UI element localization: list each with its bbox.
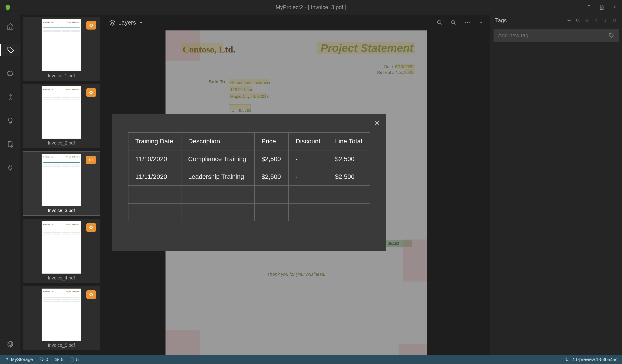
- table-header: Line Total: [328, 132, 370, 150]
- workspace-toolbar: Layers: [102, 15, 490, 30]
- sb-viewed[interactable]: 5: [55, 357, 63, 362]
- svg-point-3: [465, 22, 466, 23]
- tag-input[interactable]: [498, 32, 591, 39]
- modal-close-button[interactable]: [374, 120, 380, 126]
- layers-dropdown[interactable]: Layers: [109, 19, 143, 26]
- thumbnail-item[interactable]: Contoso, Ltd.Project Statement Invoice_3…: [23, 151, 100, 216]
- thumbnail-preview: Contoso, Ltd.Project Statement: [42, 289, 81, 341]
- chevron-down-icon: [139, 20, 143, 25]
- nav-tags[interactable]: [0, 44, 20, 56]
- zoom-in-icon[interactable]: [451, 19, 456, 25]
- thumbnail-label: Invoice_4.pdf: [48, 275, 75, 281]
- sb-version[interactable]: 2.1-preview.1-530545c: [565, 357, 618, 362]
- table-row: [128, 186, 370, 203]
- tag-input-row: [494, 29, 619, 42]
- sb-tags[interactable]: 0: [39, 357, 48, 362]
- table-modal: Training Date Description Price Discount…: [112, 114, 386, 251]
- thumbnail-label: Invoice_5.pdf: [48, 343, 75, 348]
- svg-point-7: [56, 359, 57, 360]
- nav-lightbulb-icon[interactable]: [0, 115, 20, 127]
- table-header: Discount: [289, 132, 328, 150]
- table-header: Training Date: [128, 132, 181, 150]
- table-row: [128, 203, 370, 221]
- table-header-row: Training Date Description Price Discount…: [128, 132, 370, 150]
- thumbnail-preview: Contoso, Ltd.Project Statement: [42, 221, 81, 273]
- thumbnail-preview: Contoso, Ltd.Project Statement: [42, 154, 81, 206]
- titlebar: MyProject2 - [ Invoice_3.pdf ]: [0, 0, 622, 15]
- tags-header: Tags: [490, 15, 622, 26]
- move-up-icon: [594, 18, 599, 23]
- doc-thanks: Thank you for your business!: [267, 272, 326, 277]
- sb-storage[interactable]: MyStorage: [4, 357, 33, 362]
- svg-point-4: [467, 22, 468, 23]
- thumbnail-item[interactable]: Contoso, Ltd.Project Statement Invoice_4…: [23, 219, 100, 283]
- thumbnail-label: Invoice_3.pdf: [48, 208, 75, 213]
- thumbnail-preview: Contoso, Ltd.Project Statement: [42, 86, 81, 139]
- nav-settings[interactable]: [0, 338, 20, 350]
- extracted-table: Training Date Description Price Discount…: [128, 132, 370, 221]
- thumbnail-item[interactable]: Contoso, Ltd.Project Statement Invoice_2…: [23, 84, 100, 148]
- eye-badge-icon[interactable]: [86, 156, 96, 164]
- table-row: 11/10/2020 Compliance Training $2,500 - …: [128, 150, 370, 168]
- nav-brain-icon[interactable]: [0, 68, 20, 80]
- eye-badge-icon[interactable]: [86, 223, 96, 232]
- move-down-icon: [603, 18, 608, 23]
- table-row: 11/11/2020 Leadership Training $2,500 - …: [128, 168, 370, 186]
- left-nav: [0, 15, 20, 355]
- svg-point-5: [468, 22, 469, 23]
- thumbnail-label: Invoice_1.pdf: [48, 73, 75, 78]
- zoom-out-icon[interactable]: [437, 19, 443, 25]
- nav-plug-icon[interactable]: [0, 162, 20, 174]
- tags-panel: Tags: [490, 15, 622, 355]
- app-logo: [4, 4, 11, 10]
- table-header: Description: [181, 132, 254, 150]
- delete-tag-icon: [612, 18, 617, 23]
- nav-merge-icon[interactable]: [0, 91, 20, 103]
- add-tag-icon[interactable]: [566, 18, 572, 23]
- thumbnail-preview: Contoso, Ltd.Project Statement: [42, 19, 81, 71]
- thumbnail-item[interactable]: Contoso, Ltd.Project Statement Invoice_5…: [23, 286, 100, 350]
- workspace: Layers Contoso, Ltd. Project Statement D…: [102, 15, 490, 355]
- tag-icon: [609, 33, 614, 38]
- search-tag-icon[interactable]: [576, 18, 581, 23]
- svg-point-6: [577, 19, 579, 21]
- share-icon[interactable]: [586, 4, 592, 10]
- status-bar: MyStorage 0 5 5 2.1-preview.1-530545c: [0, 355, 622, 364]
- thumbnail-item[interactable]: Contoso, Ltd.Project Statement Invoice_1…: [23, 17, 100, 81]
- more-icon[interactable]: [465, 19, 470, 25]
- svg-point-9: [568, 360, 569, 361]
- expand-down-icon[interactable]: [478, 20, 483, 25]
- eye-badge-icon[interactable]: [86, 21, 96, 30]
- thumbnail-label: Invoice_2.pdf: [48, 140, 75, 146]
- rename-tag-icon: [585, 18, 590, 23]
- svg-point-8: [566, 358, 567, 359]
- document-icon[interactable]: [599, 4, 605, 10]
- eye-badge-icon[interactable]: [86, 290, 96, 299]
- doc-soldto-label: Sold To: [209, 79, 225, 85]
- thumbnail-panel: Contoso, Ltd.Project Statement Invoice_1…: [20, 15, 102, 355]
- table-header: Price: [254, 132, 289, 150]
- canvas-area[interactable]: Contoso, Ltd. Project Statement Date: 9/…: [102, 30, 490, 355]
- window-title: MyProject2 - [ Invoice_3.pdf ]: [276, 4, 347, 10]
- nav-home[interactable]: [0, 20, 20, 33]
- sb-docs[interactable]: 5: [70, 357, 79, 362]
- nav-document-settings-icon[interactable]: [0, 138, 20, 151]
- eye-badge-icon[interactable]: [86, 88, 96, 97]
- help-icon[interactable]: [612, 4, 618, 10]
- layers-label: Layers: [118, 19, 136, 26]
- tags-title: Tags: [495, 17, 564, 24]
